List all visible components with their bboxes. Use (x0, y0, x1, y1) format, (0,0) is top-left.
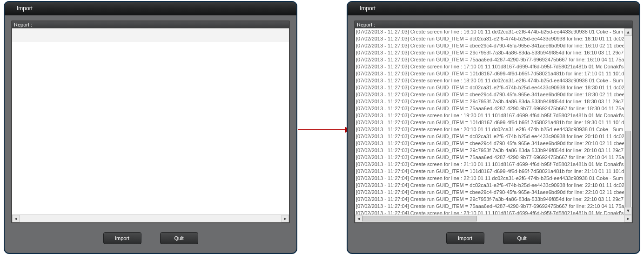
log-line: [07/02/2013 - 11:27:03] Create run GUID_… (356, 35, 624, 42)
report-header: Report : (355, 21, 632, 28)
quit-button[interactable]: Quit (503, 232, 541, 244)
scroll-left-icon[interactable]: ◄ (355, 215, 362, 222)
vscroll-thumb[interactable] (625, 131, 631, 214)
log-line: [07/02/2013 - 11:27:03] Create screen fo… (356, 63, 624, 70)
hscrollbar[interactable]: ◄ ► (12, 214, 289, 222)
log-line: [07/02/2013 - 11:27:04] Create run GUID_… (356, 196, 624, 203)
log-line: [07/02/2013 - 11:27:03] Create run GUID_… (356, 147, 624, 154)
log-line: [07/02/2013 - 11:27:03] Create run GUID_… (356, 49, 624, 56)
log-line: [07/02/2013 - 11:27:03] Create run GUID_… (356, 70, 624, 77)
log-line: [07/02/2013 - 11:27:04] Create run GUID_… (356, 182, 624, 189)
quit-button[interactable]: Quit (160, 232, 198, 244)
report-body-empty (12, 28, 289, 214)
hscrollbar[interactable]: ◄ ► (355, 214, 632, 222)
log-line: [07/02/2013 - 11:27:03] Create run GUID_… (356, 105, 624, 112)
import-button[interactable]: Import (103, 232, 141, 244)
import-window-before: Import Report : ◄ ► Import Quit (4, 1, 297, 254)
log-line: [07/02/2013 - 11:27:03] Create screen fo… (356, 126, 624, 133)
transition-arrow-icon (298, 129, 346, 130)
titlebar[interactable]: Import (348, 2, 639, 15)
button-bar: Import Quit (348, 223, 639, 253)
log-line: [07/02/2013 - 11:27:03] Create run GUID_… (356, 119, 624, 126)
import-window-after: Import Report : [07/02/2013 - 11:27:03] … (347, 1, 640, 254)
hscroll-track[interactable] (20, 215, 282, 222)
log-line: [07/02/2013 - 11:27:04] Create run GUID_… (356, 203, 624, 210)
scroll-down-icon[interactable]: ▼ (624, 207, 632, 214)
window-title: Import (17, 5, 33, 12)
button-bar: Import Quit (5, 223, 296, 253)
log-line: [07/02/2013 - 11:27:03] Create screen fo… (356, 28, 624, 35)
report-panel: Report : [07/02/2013 - 11:27:03] Create … (354, 20, 633, 223)
hscroll-track[interactable] (362, 215, 624, 222)
log-line: [07/02/2013 - 11:27:03] Create screen fo… (356, 112, 624, 119)
log-line: [07/02/2013 - 11:27:04] Create run GUID_… (356, 189, 624, 196)
log-line: [07/02/2013 - 11:27:04] Create screen fo… (356, 175, 624, 182)
log-line: [07/02/2013 - 11:27:04] Create screen fo… (356, 210, 624, 214)
scroll-up-icon[interactable]: ▲ (624, 28, 632, 36)
import-button[interactable]: Import (446, 232, 484, 244)
log-line: [07/02/2013 - 11:27:03] Create run GUID_… (356, 140, 624, 147)
report-panel: Report : ◄ ► (11, 20, 290, 223)
scroll-left-icon[interactable]: ◄ (12, 215, 20, 222)
log-line: [07/02/2013 - 11:27:03] Create run GUID_… (356, 91, 624, 98)
titlebar[interactable]: Import (5, 2, 296, 15)
log-line: [07/02/2013 - 11:27:03] Create run GUID_… (356, 133, 624, 140)
hscroll-thumb[interactable] (362, 216, 477, 221)
report-header: Report : (12, 21, 289, 28)
log-line: [07/02/2013 - 11:27:03] Create screen fo… (356, 77, 624, 84)
log-line: [07/02/2013 - 11:27:03] Create run GUID_… (356, 84, 624, 91)
scroll-right-icon[interactable]: ► (282, 215, 289, 222)
log-line: [07/02/2013 - 11:27:03] Create run GUID_… (356, 56, 624, 63)
log-line: [07/02/2013 - 11:27:04] Create run GUID_… (356, 168, 624, 175)
log-line: [07/02/2013 - 11:27:03] Create run GUID_… (356, 42, 624, 49)
log-line: [07/02/2013 - 11:27:03] Create screen fo… (356, 161, 624, 168)
vscrollbar[interactable]: ▲ ▼ (624, 28, 632, 214)
window-title: Import (360, 5, 376, 12)
scroll-right-icon[interactable]: ► (624, 215, 632, 222)
report-body[interactable]: [07/02/2013 - 11:27:03] Create screen fo… (355, 28, 632, 214)
log-line: [07/02/2013 - 11:27:03] Create run GUID_… (356, 98, 624, 105)
log-line: [07/02/2013 - 11:27:03] Create run GUID_… (356, 154, 624, 161)
empty-line (12, 41, 289, 42)
